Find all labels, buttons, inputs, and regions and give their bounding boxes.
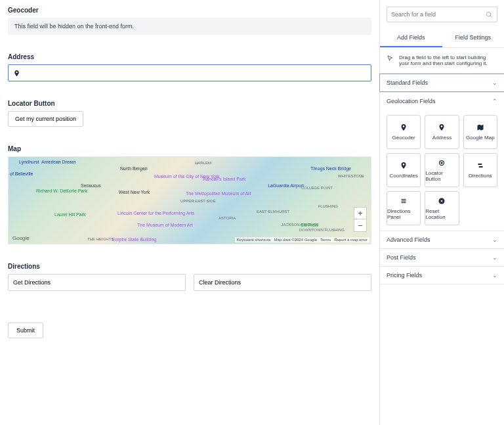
field-locatorbutton[interactable]: Locator Button xyxy=(425,153,459,187)
pin-icon xyxy=(400,162,408,169)
map-poi-metmuseum: The Metropolitan Museum of Art xyxy=(186,191,251,196)
section-post-fields[interactable]: Post Fields ⌄ xyxy=(380,249,504,266)
field-locatorbutton-label: Locator Button xyxy=(425,170,458,182)
map-label-downtown: DOWNTOWN FLUSHING xyxy=(299,228,345,232)
field-directions-label: Directions xyxy=(469,173,492,179)
search-icon xyxy=(486,11,493,18)
map-title: Map xyxy=(8,145,371,152)
section-pricing-fields[interactable]: Pricing Fields ⌄ xyxy=(380,267,504,284)
map-label-upperside: UPPER EAST SIDE xyxy=(180,199,216,203)
map-zoom-controls: + − xyxy=(354,207,367,232)
tab-add-fields[interactable]: Add Fields xyxy=(380,29,442,47)
map-poi-dekorte: Richard W. DeKorte Park xyxy=(36,189,87,193)
map-label-westny: West New York xyxy=(119,190,150,194)
tab-field-settings[interactable]: Field Settings xyxy=(442,29,505,47)
field-googlemap[interactable]: Google Map xyxy=(463,115,497,149)
search-input-wrap[interactable] xyxy=(387,7,497,22)
address-title: Address xyxy=(8,53,371,60)
field-directionspanel[interactable]: Directions Panel xyxy=(387,191,421,225)
map-label-harlem: HARLEM xyxy=(195,161,211,165)
geocoder-title: Geocoder xyxy=(8,7,371,14)
map-label-belleville: of Belleville xyxy=(10,171,33,176)
map-terms-link[interactable]: Terms xyxy=(320,238,331,242)
map-poi-citifield: Citi Field xyxy=(301,223,318,227)
map-label-astoria: ASTORIA xyxy=(219,216,236,220)
field-resetlocation-label: Reset Location xyxy=(425,208,458,220)
locator-button[interactable]: Get my current position xyxy=(8,111,83,127)
search-input[interactable] xyxy=(391,11,486,18)
field-coordinates[interactable]: Coordinates xyxy=(387,153,421,187)
pin-icon xyxy=(400,123,408,131)
field-geocoder[interactable]: Geocoder xyxy=(387,115,421,149)
field-directionspanel-label: Directions Panel xyxy=(387,208,420,220)
section-standard-label: Standard Fields xyxy=(387,79,428,86)
geocoder-hidden-notice: This field will be hidden on the front-e… xyxy=(8,18,371,35)
field-address[interactable]: Address xyxy=(425,115,459,149)
section-geolocation-label: Geolocation Fields xyxy=(387,98,436,104)
chevron-up-icon: ⌃ xyxy=(492,98,497,104)
field-directions[interactable]: Directions xyxy=(463,153,497,187)
map-poi-lincoln: Lincoln Center for the Performing Arts xyxy=(117,211,194,215)
field-address-label: Address xyxy=(432,135,452,141)
map-label-heights: THE HEIGHTS xyxy=(87,237,114,241)
map-label-elmhurst: EAST ELMHURST xyxy=(257,210,289,213)
map-label-americandream: American Dream xyxy=(41,160,76,164)
pin-icon xyxy=(438,123,446,131)
map-label-northbergen: North Bergen xyxy=(120,166,148,171)
section-advanced-fields[interactable]: Advanced Fields ⌄ xyxy=(380,231,504,248)
geolocation-field-grid: Geocoder Address Google Map Coordinates … xyxy=(380,110,504,231)
cursor-icon xyxy=(387,55,394,66)
get-directions-button[interactable]: Get Directions xyxy=(8,274,186,291)
close-circle-icon xyxy=(438,197,446,205)
field-coordinates-label: Coordinates xyxy=(390,173,418,179)
field-geocoder-label: Geocoder xyxy=(392,135,415,141)
map-label-throgs: Throgs Neck Bridge xyxy=(310,166,351,171)
map-canvas[interactable]: Lyndhurst of Belleville North Bergen Sec… xyxy=(8,156,371,244)
map-poi-modernart: The Museum of Modern Art xyxy=(137,223,193,227)
section-geolocation-fields[interactable]: Geolocation Fields ⌃ xyxy=(380,93,504,110)
section-post-label: Post Fields xyxy=(387,254,416,261)
svg-point-3 xyxy=(441,162,442,164)
map-label-lyndhurst: Lyndhurst xyxy=(19,160,39,164)
chevron-down-icon: ⌄ xyxy=(492,254,497,261)
map-report-link[interactable]: Report a map error xyxy=(334,238,368,242)
map-poi-randalls: Randall's Island Park xyxy=(203,177,246,181)
target-icon xyxy=(438,159,446,167)
sidebar: Add Fields Field Settings Drag a field t… xyxy=(379,0,504,425)
map-attribution: Keyboard shortcuts Map data ©2024 Google… xyxy=(235,237,369,242)
map-poi-empire: Empire State Building xyxy=(112,237,156,242)
map-label-collegepoint: COLLEGE POINT xyxy=(301,186,333,190)
map-icon xyxy=(476,123,484,131)
map-label-flushing: FLUSHING xyxy=(318,204,338,208)
map-zoom-in[interactable]: + xyxy=(354,208,366,219)
map-label-laguardia: LaGuardia Airport xyxy=(268,183,304,188)
address-input[interactable] xyxy=(8,64,371,81)
list-icon xyxy=(400,197,408,205)
chevron-down-icon: ⌄ xyxy=(492,272,497,279)
field-googlemap-label: Google Map xyxy=(466,135,495,141)
main-panel: Geocoder This field will be hidden on th… xyxy=(0,0,379,425)
field-resetlocation[interactable]: Reset Location xyxy=(425,191,459,225)
svg-point-0 xyxy=(486,12,490,16)
section-pricing-label: Pricing Fields xyxy=(387,272,422,279)
map-zoom-out[interactable]: − xyxy=(354,219,366,231)
section-standard-fields[interactable]: Standard Fields ⌄ xyxy=(379,74,504,92)
clear-directions-button[interactable]: Clear Directions xyxy=(194,274,371,291)
google-logo: Google xyxy=(12,235,30,241)
map-keyboard-shortcuts[interactable]: Keyboard shortcuts xyxy=(237,238,271,242)
drag-hint-text: Drag a field to the left to start buildi… xyxy=(399,55,497,66)
section-advanced-label: Advanced Fields xyxy=(387,236,430,243)
map-poi-laurelhill: Laurel Hill Park xyxy=(54,212,85,217)
map-label-whitestone: WHITESTONE xyxy=(338,174,364,178)
pin-icon xyxy=(12,69,20,77)
drag-hint: Drag a field to the left to start buildi… xyxy=(380,48,504,74)
map-data-label: Map data ©2024 Google xyxy=(274,238,317,242)
sidebar-tabs: Add Fields Field Settings xyxy=(380,29,504,48)
submit-button[interactable]: Submit xyxy=(8,323,43,338)
map-label-secaucus: Secaucus xyxy=(81,183,101,188)
chevron-down-icon: ⌄ xyxy=(492,236,497,243)
locator-title: Locator Button xyxy=(8,100,371,107)
svg-line-1 xyxy=(490,15,492,16)
directions-title: Directions xyxy=(8,263,371,270)
signpost-icon xyxy=(476,162,484,169)
